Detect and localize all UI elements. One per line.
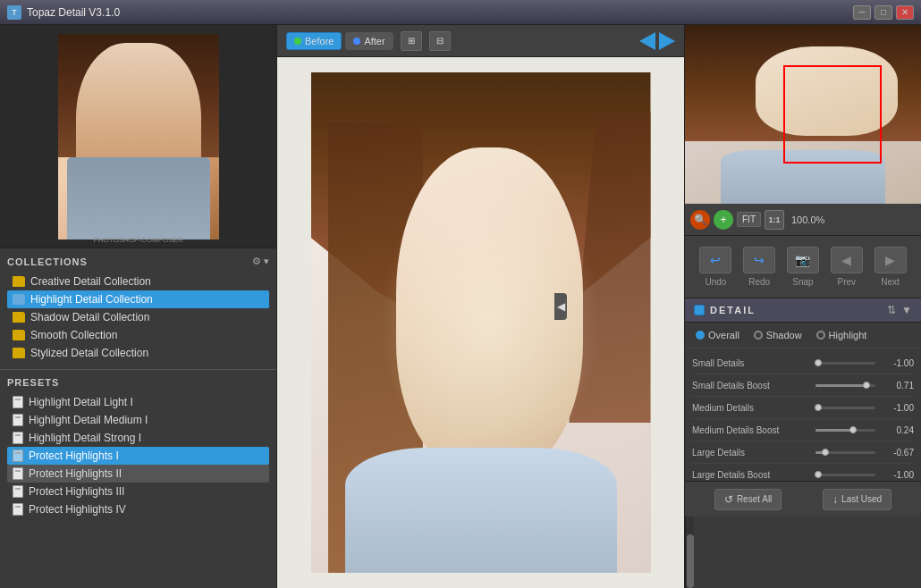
split-view-button[interactable]: ⊞	[401, 31, 422, 51]
mode-shadow-label: Shadow	[766, 330, 802, 340]
snap-label: Snap	[792, 277, 813, 287]
collection-item-shadow[interactable]: Shadow Detail Collection	[7, 308, 269, 326]
reset-all-button[interactable]: ↺ Reset All	[714, 489, 782, 510]
zoom-fit-button[interactable]: FIT	[737, 212, 761, 227]
reset-icon: ↺	[724, 493, 733, 506]
window-title: Topaz Detail V3.1.0	[27, 6, 120, 19]
collection-item-creative[interactable]: Creative Detail Collection	[7, 273, 269, 290]
portrait-glow	[379, 172, 600, 473]
snap-button[interactable]: 📷 Snap	[787, 247, 819, 287]
side-by-side-button[interactable]: ⊟	[429, 31, 451, 51]
collection-label: Highlight Detail Collection	[30, 293, 153, 306]
slider-thumb[interactable]	[815, 404, 822, 411]
slider-track-1[interactable]	[815, 379, 875, 391]
preset-item-2[interactable]: Highlight Detail Strong I	[7, 429, 269, 447]
window-controls[interactable]: ─ □ ✕	[853, 5, 914, 20]
preset-label: Protect Highlights III	[29, 485, 124, 498]
collection-item-stylized[interactable]: Stylized Detail Collection	[7, 344, 269, 362]
collection-label: Shadow Detail Collection	[30, 311, 149, 323]
main-layout: PHOTOSHOP-COMPOSER COLLECTIONS ⚙ ▾ Creat…	[0, 25, 921, 588]
preset-label: Protect Highlights I	[29, 449, 119, 462]
detail-enabled-checkbox[interactable]	[694, 305, 705, 315]
detail-expand-button[interactable]: ▼	[901, 304, 912, 316]
preset-item-6[interactable]: Protect Highlights IV	[7, 500, 269, 518]
slider-label-5: Large Details Boost	[692, 470, 808, 480]
slider-value-5: -1.00	[883, 470, 914, 480]
zoom-out-button[interactable]: 🔍	[690, 210, 710, 230]
collapse-panel-button[interactable]: ◀	[554, 293, 567, 320]
slider-track-3[interactable]	[815, 424, 875, 436]
collections-settings-button[interactable]: ⚙ ▾	[252, 256, 269, 267]
slider-label-2: Medium Details	[692, 403, 808, 413]
undo-button[interactable]: ↩ Undo	[699, 247, 731, 287]
left-panel: PHOTOSHOP-COMPOSER COLLECTIONS ⚙ ▾ Creat…	[0, 25, 277, 588]
mode-highlight[interactable]: Highlight	[816, 330, 867, 340]
source-thumbnail	[58, 34, 219, 239]
preset-file-icon	[13, 503, 23, 516]
mode-overall[interactable]: Overall	[696, 330, 739, 340]
maximize-button[interactable]: □	[875, 5, 892, 20]
preset-item-4[interactable]: Protect Highlights II	[7, 465, 269, 483]
slider-label-4: Large Details	[692, 448, 808, 458]
slider-track-bg	[815, 362, 875, 365]
mode-highlight-label: Highlight	[829, 330, 867, 340]
slider-track-bg	[815, 429, 875, 432]
thumbnail-label: PHOTOSHOP-COMPOSER	[93, 236, 182, 244]
slider-thumb[interactable]	[815, 359, 822, 366]
slider-track-2[interactable]	[815, 401, 875, 414]
zoom-in-button[interactable]: +	[714, 210, 733, 230]
slider-track-4[interactable]	[815, 446, 875, 458]
folder-icon	[13, 330, 25, 340]
folder-icon	[13, 348, 25, 358]
slider-value-2: -1.00	[883, 403, 914, 413]
collection-item-highlight[interactable]: Highlight Detail Collection	[7, 290, 269, 308]
radio-shadow	[754, 331, 763, 340]
after-button[interactable]: After	[345, 32, 393, 50]
right-panel: 🔍 + FIT 1:1 100.0% ↩ Undo ↪ Redo 📷 Snap …	[684, 25, 921, 588]
next-button[interactable]: ▶ Next	[875, 247, 907, 287]
before-button[interactable]: Before	[286, 32, 342, 50]
folder-icon	[13, 312, 25, 323]
action-toolbar: ↩ Undo ↪ Redo 📷 Snap ◀ Prev ▶ Next	[685, 236, 921, 298]
undo-label: Undo	[705, 277, 726, 287]
redo-button[interactable]: ↪ Redo	[743, 247, 775, 287]
prev-label: Prev	[838, 277, 857, 287]
mode-shadow[interactable]: Shadow	[754, 330, 802, 340]
detail-options-button[interactable]: ⇅	[887, 304, 896, 316]
slider-thumb[interactable]	[815, 471, 822, 478]
collection-label: Stylized Detail Collection	[30, 347, 148, 359]
snap-icon: 📷	[787, 247, 819, 273]
minimize-button[interactable]: ─	[853, 5, 871, 20]
zoom-toolbar: 🔍 + FIT 1:1 100.0%	[685, 204, 921, 236]
reset-label: Reset All	[737, 494, 772, 504]
blue-dot	[353, 38, 360, 45]
preset-item-5[interactable]: Protect Highlights III	[7, 483, 269, 500]
main-preview-image	[311, 72, 651, 573]
right-preview-area	[685, 25, 921, 204]
slider-track-0[interactable]	[815, 357, 875, 369]
detail-panel: DETAIL ⇅ ▼ Overall Shadow High	[685, 298, 921, 481]
preset-item-3[interactable]: Protect Highlights I	[7, 447, 269, 465]
slider-thumb[interactable]	[863, 382, 870, 389]
preset-item-1[interactable]: Highlight Detail Medium I	[7, 411, 269, 429]
last-used-button[interactable]: ↓ Last Used	[823, 489, 891, 510]
slider-label-0: Small Details	[692, 358, 808, 368]
preset-item-0[interactable]: Highlight Detail Light I	[7, 393, 269, 411]
prev-button[interactable]: ◀ Prev	[831, 247, 863, 287]
preset-label: Highlight Detail Light I	[29, 396, 133, 408]
before-after-toggle: Before After	[286, 32, 393, 50]
collection-item-smooth[interactable]: Smooth Collection	[7, 326, 269, 344]
app-icon: T	[7, 5, 21, 20]
scrollbar[interactable]	[685, 517, 694, 588]
source-thumbnail-area: PHOTOSHOP-COMPOSER	[0, 25, 276, 248]
scrollbar-thumb[interactable]	[687, 534, 694, 588]
slider-thumb[interactable]	[822, 449, 829, 456]
image-viewport	[277, 57, 684, 588]
slider-track-5[interactable]	[815, 468, 875, 481]
close-button[interactable]: ✕	[896, 5, 914, 20]
slider-row-0: Small Details -1.00	[692, 352, 914, 374]
slider-fill	[815, 384, 866, 387]
right-preview-image	[685, 25, 921, 204]
zoom-100-button[interactable]: 1:1	[765, 210, 784, 230]
slider-thumb[interactable]	[849, 426, 857, 433]
